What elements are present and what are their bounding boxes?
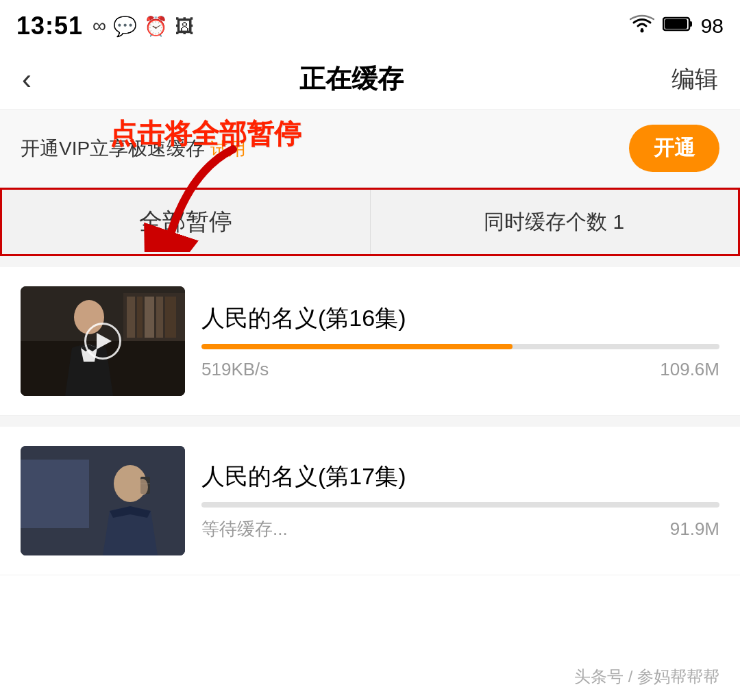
- svg-rect-12: [165, 297, 176, 338]
- vip-trial-label[interactable]: 试用: [210, 138, 246, 159]
- page-title: 正在缓存: [299, 62, 404, 97]
- video-size-ep16: 109.6M: [660, 359, 719, 380]
- divider-1: [0, 256, 740, 267]
- status-right: 98: [630, 14, 724, 38]
- video-title-ep16: 人民的名义(第16集): [201, 303, 719, 334]
- edit-button[interactable]: 编辑: [671, 64, 718, 95]
- play-triangle-ep16: [97, 333, 112, 349]
- video-meta-ep16: 519KB/s 109.6M: [201, 359, 719, 380]
- svg-rect-16: [21, 460, 89, 528]
- vip-description: 开通VIP立享极速缓存试用: [21, 136, 618, 162]
- concurrent-count: 1: [613, 210, 624, 234]
- nav-bar: ‹ 正在缓存 编辑: [0, 49, 740, 110]
- video-speed-ep16: 519KB/s: [201, 359, 269, 380]
- progress-fill-ep16: [201, 344, 513, 349]
- play-button-ep16[interactable]: [84, 323, 121, 360]
- infinity-icon: ∞: [92, 15, 106, 37]
- video-item-ep17: 人民的名义(第17集) 等待缓存... 91.9M: [0, 427, 740, 575]
- svg-point-0: [640, 29, 643, 32]
- video-size-ep17: 91.9M: [670, 518, 719, 540]
- status-icons: ∞ 💬 ⏰ 🖼: [92, 15, 194, 38]
- video-list: 人民的名义(第16集) 519KB/s 109.6M: [0, 267, 740, 575]
- battery-icon: [663, 15, 693, 37]
- svg-rect-9: [137, 297, 143, 338]
- pause-all-button[interactable]: 全部暂停: [2, 190, 371, 254]
- status-left: 13:51 ∞ 💬 ⏰ 🖼: [16, 12, 194, 40]
- video-meta-ep17: 等待缓存... 91.9M: [201, 517, 719, 541]
- thumbnail-art-ep17: [21, 446, 185, 555]
- status-time: 13:51: [16, 12, 83, 40]
- video-waiting-ep17: 等待缓存...: [201, 517, 288, 541]
- concurrent-setting: 同时缓存个数 1: [371, 190, 739, 254]
- image-icon: 🖼: [175, 15, 194, 38]
- clock-icon: ⏰: [144, 15, 168, 38]
- back-button[interactable]: ‹: [22, 65, 32, 94]
- wifi-icon: [630, 14, 654, 38]
- svg-rect-11: [156, 297, 163, 338]
- progress-bar-ep16: [201, 344, 719, 349]
- video-info-ep17: 人民的名义(第17集) 等待缓存... 91.9M: [201, 461, 719, 541]
- vip-open-button[interactable]: 开通: [629, 125, 719, 172]
- battery-percent: 98: [701, 14, 724, 38]
- progress-bar-ep17: [201, 502, 719, 508]
- message-icon: 💬: [113, 15, 137, 38]
- footer-watermark: 头条号 / 参妈帮帮帮: [574, 666, 719, 688]
- svg-rect-2: [689, 21, 692, 27]
- divider-2: [0, 416, 740, 427]
- svg-rect-8: [127, 297, 135, 338]
- video-item-ep16: 人民的名义(第16集) 519KB/s 109.6M: [0, 267, 740, 416]
- video-thumbnail-ep17[interactable]: [21, 446, 185, 555]
- status-bar: 13:51 ∞ 💬 ⏰ 🖼 98: [0, 0, 740, 49]
- video-info-ep16: 人民的名义(第16集) 519KB/s 109.6M: [201, 303, 719, 380]
- svg-point-20: [137, 479, 148, 495]
- concurrent-label: 同时缓存个数: [484, 208, 607, 236]
- svg-rect-10: [145, 297, 154, 338]
- action-bar: 全部暂停 同时缓存个数 1: [0, 188, 740, 256]
- vip-banner: 开通VIP立享极速缓存试用 开通: [0, 110, 740, 188]
- video-title-ep17: 人民的名义(第17集): [201, 461, 719, 492]
- video-thumbnail-ep16[interactable]: [21, 286, 185, 396]
- svg-rect-3: [665, 19, 687, 29]
